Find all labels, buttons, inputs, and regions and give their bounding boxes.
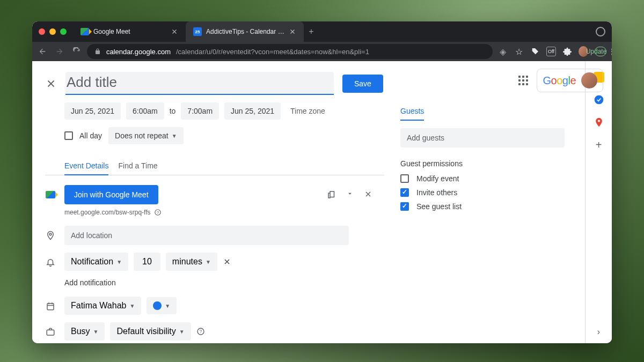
allday-label: All day — [79, 131, 102, 140]
remove-notification-icon[interactable] — [223, 257, 231, 266]
close-event-button[interactable] — [45, 78, 57, 90]
start-date-chip[interactable]: Jun 25, 2021 — [64, 102, 121, 120]
timezone-button[interactable]: Time zone — [290, 107, 325, 115]
tab-title: AddictiveTips - Calendar - Eve... — [206, 28, 284, 35]
user-avatar-icon — [581, 72, 585, 88]
visibility-help-icon[interactable]: ? — [196, 327, 205, 336]
calendar-owner-dropdown[interactable]: Fatima Wahab▼ — [64, 297, 141, 315]
forward-button[interactable] — [55, 47, 64, 56]
remove-meet-icon[interactable] — [363, 190, 374, 200]
lock-icon — [94, 48, 101, 55]
info-icon[interactable]: ? — [154, 209, 162, 216]
tag-icon[interactable] — [530, 47, 540, 56]
tab-title: Google Meet — [93, 28, 166, 35]
bookmark-star-icon[interactable]: ☆ — [514, 47, 524, 56]
toolbar: calendar.google.com/calendar/u/0/r/event… — [32, 42, 612, 61]
join-with-meet-button[interactable]: Join with Google Meet — [64, 185, 158, 204]
address-bar[interactable]: calendar.google.com/calendar/u/0/r/event… — [87, 44, 493, 59]
url-host: calendar.google.com — [106, 48, 171, 56]
new-tab-button[interactable]: + — [304, 21, 319, 42]
calendar-favicon-icon: 25 — [193, 27, 202, 36]
svg-rect-4 — [47, 330, 54, 335]
tab-calendar[interactable]: 25 AddictiveTips - Calendar - Eve... — [186, 21, 304, 42]
start-time-chip[interactable]: 6:00am — [126, 102, 164, 120]
modify-event-checkbox[interactable] — [400, 174, 409, 183]
google-account-button[interactable]: Google — [537, 69, 585, 92]
to-label: to — [170, 107, 176, 115]
guests-tab[interactable]: Guests — [400, 102, 424, 121]
close-tab-icon[interactable] — [289, 28, 296, 35]
copy-link-icon[interactable] — [326, 190, 337, 200]
extensions-icon[interactable] — [562, 47, 572, 56]
svg-point-2 — [49, 233, 52, 235]
notification-value-input[interactable]: 10 — [134, 253, 160, 271]
tab-event-details[interactable]: Event Details — [64, 157, 108, 175]
event-title-input[interactable] — [65, 72, 334, 95]
color-dot-icon — [153, 301, 162, 310]
perm-label: See guest list — [416, 202, 462, 211]
url-path: /calendar/u/0/r/eventedit?vcon=meet&date… — [176, 48, 369, 56]
bell-icon — [45, 257, 56, 268]
busy-dropdown[interactable]: Busy▼ — [64, 322, 105, 341]
diamond-icon[interactable]: ◈ — [498, 47, 508, 56]
reload-button[interactable] — [72, 47, 82, 56]
briefcase-icon — [45, 327, 56, 337]
add-notification-button[interactable]: Add notification — [64, 278, 384, 287]
tasks-icon[interactable] — [594, 94, 604, 105]
maps-icon[interactable] — [594, 117, 604, 128]
calendar-icon — [45, 301, 56, 312]
svg-point-7 — [594, 95, 603, 105]
svg-rect-3 — [47, 304, 54, 310]
tab-google-meet[interactable]: Google Meet — [73, 21, 186, 42]
save-button[interactable]: Save — [342, 75, 383, 93]
jar-icon[interactable]: Off — [546, 47, 556, 56]
close-tab-icon[interactable] — [171, 28, 178, 35]
guest-permissions-title: Guest permissions — [400, 159, 565, 168]
svg-text:?: ? — [199, 329, 202, 334]
google-logo: Google — [543, 75, 576, 87]
browser-window: Google Meet 25 AddictiveTips - Calendar … — [32, 21, 612, 343]
meet-options-icon[interactable] — [345, 190, 355, 200]
location-input[interactable] — [64, 226, 349, 245]
meet-icon — [45, 189, 56, 200]
invite-others-checkbox[interactable] — [400, 188, 409, 197]
apps-grid-icon[interactable] — [518, 76, 528, 85]
minimize-window-button[interactable] — [49, 28, 56, 35]
side-panel: + › — [585, 61, 612, 343]
notification-type-dropdown[interactable]: Notification▼ — [64, 253, 128, 271]
end-date-chip[interactable]: Jun 25, 2021 — [224, 102, 281, 120]
end-time-chip[interactable]: 7:00am — [181, 102, 219, 120]
see-guest-list-checkbox[interactable] — [400, 202, 409, 211]
back-button[interactable] — [38, 47, 47, 56]
addons-plus-icon[interactable]: + — [594, 139, 604, 150]
collapse-panel-icon[interactable]: › — [597, 327, 600, 337]
titlebar: Google Meet 25 AddictiveTips - Calendar … — [32, 21, 612, 42]
update-label: Update — [586, 48, 607, 55]
allday-checkbox[interactable] — [64, 131, 73, 140]
close-window-button[interactable] — [39, 28, 45, 35]
location-pin-icon — [45, 230, 56, 241]
maximize-window-button[interactable] — [60, 28, 67, 35]
meet-url-text: meet.google.com/bsw-srpq-ffs — [64, 209, 151, 216]
visibility-dropdown[interactable]: Default visibility▼ — [110, 322, 191, 341]
meet-favicon-icon — [80, 27, 89, 36]
caret-down-icon: ▼ — [172, 133, 177, 139]
event-color-dropdown[interactable]: ▼ — [147, 297, 177, 314]
account-icon[interactable] — [596, 27, 605, 36]
repeat-dropdown[interactable]: Does not repeat ▼ — [108, 127, 184, 144]
repeat-label: Does not repeat — [115, 131, 169, 140]
add-guests-input[interactable] — [400, 128, 565, 147]
perm-label: Modify event — [416, 174, 459, 183]
update-button[interactable]: Update ⋮ — [595, 47, 606, 56]
svg-point-8 — [597, 120, 599, 122]
perm-label: Invite others — [416, 188, 457, 197]
svg-text:?: ? — [156, 210, 158, 215]
notification-unit-dropdown[interactable]: minutes▼ — [166, 253, 217, 271]
tab-find-a-time[interactable]: Find a Time — [118, 157, 157, 175]
